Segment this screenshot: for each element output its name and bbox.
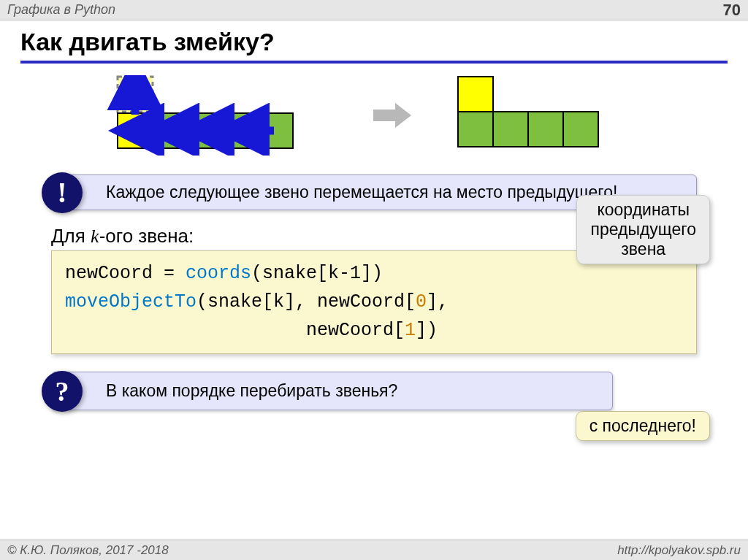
- slide-footer: © К.Ю. Поляков, 2017 -2018 http://kpolya…: [0, 540, 748, 560]
- question-area: ? В каком порядке перебирать звенья? с п…: [0, 372, 748, 410]
- code-text: newCoord =: [65, 263, 186, 284]
- title-rule: [20, 61, 728, 64]
- code-box: newCoord = coords(snake[k-1]) moveObject…: [51, 250, 697, 354]
- code-num: 1: [405, 320, 416, 341]
- footer-url: http://kpolyakov.spb.ru: [617, 543, 741, 558]
- answer-note: с последнего!: [576, 411, 710, 441]
- code-text: newCoord[: [65, 320, 405, 341]
- code-area: координаты предыдущего звена newCoord = …: [51, 250, 697, 354]
- subhead-suffix: -ого звена:: [99, 225, 194, 247]
- svg-marker-12: [373, 103, 411, 128]
- snake-diagram: [37, 75, 711, 156]
- svg-rect-15: [493, 112, 528, 147]
- annotation-coords: координаты предыдущего звена: [576, 195, 710, 264]
- slide-header: Графика в Python 70: [0, 0, 748, 20]
- annotation-line: координаты: [597, 200, 690, 219]
- code-fn: coords: [186, 263, 251, 284]
- svg-rect-1: [118, 113, 153, 148]
- snake-before-icon: [93, 75, 341, 156]
- code-fn: moveObjectTo: [65, 291, 196, 312]
- info-callout-text: Каждое следующее звено перемещается на м…: [106, 183, 617, 202]
- subhead-prefix: Для: [51, 225, 91, 247]
- header-topic: Графика в Python: [7, 2, 115, 18]
- annotation-line: предыдущего: [590, 220, 696, 239]
- code-num: 0: [416, 291, 427, 312]
- question-text: В каком порядке перебирать звенья?: [106, 381, 397, 400]
- svg-rect-13: [458, 77, 493, 112]
- code-text: (snake[k], newCoord[: [196, 291, 416, 312]
- code-text: ]): [416, 320, 438, 341]
- page-number: 70: [723, 1, 741, 20]
- svg-rect-17: [563, 112, 598, 147]
- annotation-line: звена: [621, 239, 665, 258]
- code-text: (snake[k-1]): [251, 263, 383, 284]
- slide-title: Как двигать змейку?: [0, 20, 748, 58]
- answer-text: с последнего!: [589, 416, 696, 435]
- code-text: ],: [427, 291, 449, 312]
- svg-rect-14: [458, 112, 493, 147]
- snake-after-icon: [443, 75, 655, 156]
- svg-rect-16: [528, 112, 563, 147]
- footer-copyright: © К.Ю. Поляков, 2017 -2018: [7, 543, 169, 558]
- transition-arrow-icon: [370, 101, 414, 130]
- question-badge-icon: ?: [42, 371, 83, 412]
- exclamation-badge-icon: !: [42, 172, 83, 213]
- question-callout: ? В каком порядке перебирать звенья?: [51, 372, 613, 410]
- subhead-var: k: [91, 226, 99, 247]
